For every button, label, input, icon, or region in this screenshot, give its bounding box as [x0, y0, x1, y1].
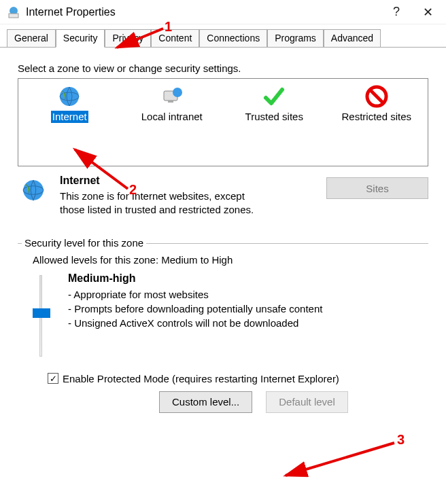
monitor-globe-icon	[160, 84, 184, 109]
zone-label: Internet	[51, 111, 88, 123]
close-button[interactable]: ✕	[412, 3, 443, 22]
group-label: Security level for this zone	[22, 237, 146, 249]
tab-programs[interactable]: Programs	[267, 29, 324, 48]
zone-label: Trusted sites	[245, 111, 303, 123]
zone-description-row: Internet This zone is for Internet websi…	[18, 166, 428, 224]
title-bar: Internet Properties ? ✕	[0, 0, 446, 24]
tab-connections[interactable]: Connections	[199, 29, 267, 48]
check-icon	[262, 84, 286, 109]
zone-restricted-sites[interactable]: Restricted sites	[326, 84, 428, 123]
internet-properties-icon	[7, 5, 20, 19]
zone-trusted-sites[interactable]: Trusted sites	[223, 84, 326, 123]
globe-icon	[18, 175, 49, 217]
block-icon	[364, 84, 389, 109]
window-title: Internet Properties	[26, 6, 381, 18]
annotation-3: 3	[397, 432, 405, 448]
bullet-1: - Appropriate for most websites	[68, 287, 423, 302]
sites-button[interactable]: Sites	[326, 177, 428, 199]
svg-rect-5	[168, 101, 173, 103]
globe-icon	[57, 84, 82, 109]
zone-local-intranet[interactable]: Local intranet	[121, 84, 224, 123]
tab-advanced[interactable]: Advanced	[324, 29, 381, 48]
svg-point-6	[173, 88, 182, 97]
svg-point-9	[23, 180, 44, 200]
zone-instruction: Select a zone to view or change security…	[18, 62, 428, 74]
tab-content[interactable]: Content	[151, 29, 199, 48]
tab-general[interactable]: General	[7, 29, 56, 48]
checkbox-icon[interactable]: ✓	[48, 373, 58, 384]
security-slider[interactable]	[23, 272, 58, 357]
protected-mode-label: Enable Protected Mode (requires restarti…	[63, 373, 339, 384]
svg-rect-1	[9, 14, 18, 18]
tab-strip: General Security Privacy Content Connect…	[0, 24, 446, 48]
selected-zone-name: Internet	[60, 175, 315, 187]
level-name: Medium-high	[68, 272, 423, 285]
bullet-3: - Unsigned ActiveX controls will not be …	[68, 316, 423, 330]
svg-point-2	[60, 87, 79, 106]
custom-level-button[interactable]: Custom level...	[159, 391, 252, 413]
zone-internet[interactable]: Internet	[18, 84, 121, 123]
zone-label: Local intranet	[141, 111, 203, 123]
svg-line-13	[286, 443, 394, 475]
zone-label: Restricted sites	[341, 111, 411, 123]
bullet-2: - Prompts before downloading potentially…	[68, 302, 423, 316]
level-bullets: - Appropriate for most websites - Prompt…	[68, 287, 423, 330]
slider-thumb[interactable]	[33, 308, 50, 318]
tab-security[interactable]: Security	[56, 29, 105, 48]
selected-zone-description: This zone is for Internet websites, exce…	[60, 190, 264, 217]
tab-privacy[interactable]: Privacy	[105, 29, 151, 48]
help-button[interactable]: ?	[381, 3, 412, 22]
security-level-group: Security level for this zone Allowed lev…	[18, 243, 428, 420]
zone-selector: Internet Local intranet Trusted sites Re…	[18, 78, 428, 166]
security-panel: Select a zone to view or change security…	[0, 48, 446, 428]
protected-mode-row[interactable]: ✓ Enable Protected Mode (requires restar…	[48, 373, 423, 384]
svg-line-8	[371, 90, 383, 103]
default-level-button[interactable]: Default level	[266, 391, 348, 413]
allowed-levels-text: Allowed levels for this zone: Medium to …	[33, 254, 423, 266]
